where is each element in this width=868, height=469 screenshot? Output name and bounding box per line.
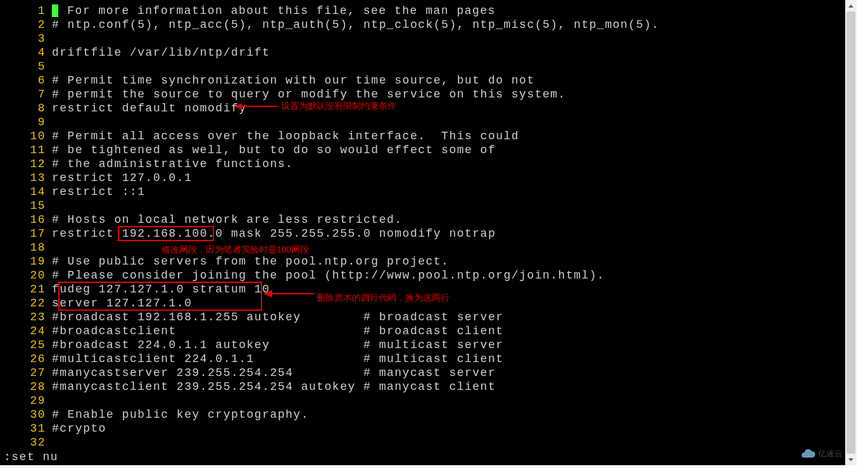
line-number: 26 xyxy=(0,352,52,366)
line-number: 32 xyxy=(0,435,52,449)
code-text: #broadcastclient # broadcast client xyxy=(52,324,504,338)
code-line: 29 xyxy=(0,394,660,408)
code-line: 28#manycastclient 239.255.254.254 autoke… xyxy=(0,380,660,394)
code-text: #crypto xyxy=(52,422,106,435)
code-text: # be tightened as well, but to do so wou… xyxy=(52,143,496,157)
code-line: 16# Hosts on local network are less rest… xyxy=(0,213,660,227)
line-number: 2 xyxy=(0,18,52,32)
code-text: # Please consider joining the pool (http… xyxy=(52,268,605,282)
code-line: 5 xyxy=(0,59,660,73)
line-number: 1 xyxy=(0,4,52,18)
code-text: restrict 192.168.100.0 mask 255.255.255.… xyxy=(52,227,496,241)
code-line: 21fudeg 127.127.1.0 stratum 10 xyxy=(0,282,660,296)
code-text: restrict default nomodify xyxy=(52,101,247,115)
code-line: 14restrict ::1 xyxy=(0,185,660,199)
code-line: 9 xyxy=(0,115,660,129)
line-number: 5 xyxy=(0,59,52,73)
code-line: 31#crypto xyxy=(0,422,660,435)
code-line: 12# the administrative functions. xyxy=(0,157,660,171)
line-number: 31 xyxy=(0,422,52,435)
code-line: 18 xyxy=(0,241,660,254)
cloud-icon xyxy=(800,446,815,461)
code-text: #manycastclient 239.255.254.254 autokey … xyxy=(52,380,496,394)
line-number: 28 xyxy=(0,380,52,394)
code-text: # Enable public key cryptography. xyxy=(52,408,309,422)
code-line: 24#broadcastclient # broadcast client xyxy=(0,324,660,338)
code-text: # Hosts on local network are less restri… xyxy=(52,213,403,227)
code-line: 23#broadcast 192.168.1.255 autokey # bro… xyxy=(0,310,660,324)
code-text: restrict 127.0.0.1 xyxy=(52,171,192,185)
code-line: 4driftfile /var/lib/ntp/drift xyxy=(0,46,660,59)
line-number: 30 xyxy=(0,408,52,422)
line-number: 9 xyxy=(0,115,52,129)
watermark: 亿速云 xyxy=(800,446,843,461)
line-number: 18 xyxy=(0,241,52,254)
code-text: restrict ::1 xyxy=(52,185,146,199)
code-text: server 127.127.1.0 xyxy=(52,296,192,310)
code-text: driftfile /var/lib/ntp/drift xyxy=(52,46,270,59)
code-line: 6# Permit time synchronization with our … xyxy=(0,73,660,87)
code-text: #multicastclient 224.0.1.1 # multicast c… xyxy=(52,352,504,366)
code-text: # Permit time synchronization with our t… xyxy=(52,73,535,87)
code-line: 27#manycastserver 239.255.254.254 # many… xyxy=(0,366,660,380)
code-line: 32 xyxy=(0,435,660,449)
scrollbar[interactable] xyxy=(845,0,857,465)
line-number: 16 xyxy=(0,213,52,227)
code-text: #broadcast 224.0.1.1 autokey # multicast… xyxy=(52,338,504,352)
code-line: 17restrict 192.168.100.0 mask 255.255.25… xyxy=(0,227,660,241)
code-line: 22server 127.127.1.0 xyxy=(0,296,660,310)
line-number: 27 xyxy=(0,366,52,380)
line-number: 19 xyxy=(0,254,52,268)
line-number: 22 xyxy=(0,296,52,310)
code-text: # permit the source to query or modify t… xyxy=(52,87,566,101)
code-line: 10# Permit all access over the loopback … xyxy=(0,129,660,143)
code-text: # the administrative functions. xyxy=(52,157,293,171)
line-number: 7 xyxy=(0,87,52,101)
watermark-text: 亿速云 xyxy=(818,448,843,460)
line-number: 11 xyxy=(0,143,52,157)
line-number: 8 xyxy=(0,101,52,115)
line-number: 13 xyxy=(0,171,52,185)
cursor xyxy=(52,4,58,17)
scroll-up-button[interactable] xyxy=(845,0,857,11)
code-line: 25#broadcast 224.0.1.1 autokey # multica… xyxy=(0,338,660,352)
code-text: fudeg 127.127.1.0 stratum 10 xyxy=(52,282,270,296)
scroll-down-button[interactable] xyxy=(845,454,857,465)
code-line: 2# ntp.conf(5), ntp_acc(5), ntp_auth(5),… xyxy=(0,18,660,32)
code-line: 11# be tightened as well, but to do so w… xyxy=(0,143,660,157)
line-number: 20 xyxy=(0,268,52,282)
line-number: 4 xyxy=(0,46,52,59)
code-line: 20# Please consider joining the pool (ht… xyxy=(0,268,660,282)
line-number: 29 xyxy=(0,394,52,408)
scrollbar-thumb[interactable] xyxy=(846,11,855,454)
line-number: 21 xyxy=(0,282,52,296)
line-number: 10 xyxy=(0,129,52,143)
line-number: 14 xyxy=(0,185,52,199)
code-text: # ntp.conf(5), ntp_acc(5), ntp_auth(5), … xyxy=(52,18,660,32)
line-number: 12 xyxy=(0,157,52,171)
code-line: 15 xyxy=(0,199,660,213)
code-text: #manycastserver 239.255.254.254 # manyca… xyxy=(52,366,496,380)
code-line: 26#multicastclient 224.0.1.1 # multicast… xyxy=(0,352,660,366)
vim-status-line: :set nu xyxy=(4,451,58,463)
code-line: 3 xyxy=(0,32,660,46)
terminal[interactable]: 1 For more information about this file, … xyxy=(0,0,857,465)
code-text: For more information about this file, se… xyxy=(52,4,496,18)
code-area: 1 For more information about this file, … xyxy=(0,4,660,449)
line-number: 3 xyxy=(0,32,52,46)
code-text: # Permit all access over the loopback in… xyxy=(52,129,519,143)
code-line: 30# Enable public key cryptography. xyxy=(0,408,660,422)
line-number: 6 xyxy=(0,73,52,87)
code-line: 7# permit the source to query or modify … xyxy=(0,87,660,101)
code-line: 13restrict 127.0.0.1 xyxy=(0,171,660,185)
line-number: 15 xyxy=(0,199,52,213)
code-line: 19# Use public servers from the pool.ntp… xyxy=(0,254,660,268)
line-number: 25 xyxy=(0,338,52,352)
code-text: #broadcast 192.168.1.255 autokey # broad… xyxy=(52,310,504,324)
code-line: 1 For more information about this file, … xyxy=(0,4,660,18)
line-number: 17 xyxy=(0,227,52,241)
code-line: 8restrict default nomodify xyxy=(0,101,660,115)
line-number: 24 xyxy=(0,324,52,338)
line-number: 23 xyxy=(0,310,52,324)
code-text: # Use public servers from the pool.ntp.o… xyxy=(52,254,449,268)
